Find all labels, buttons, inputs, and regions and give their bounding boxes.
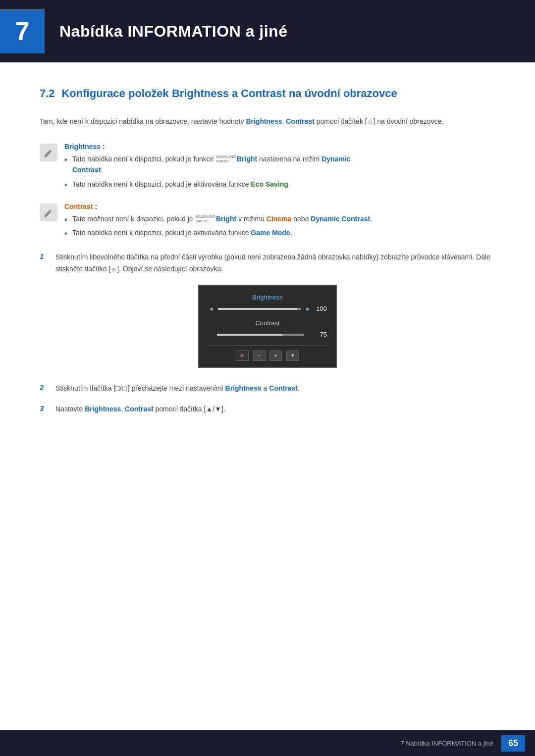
contrast-note-list: Tato možnost není k dispozici, pokud je … xyxy=(64,213,495,239)
step-3-number: 3 xyxy=(40,404,52,412)
brightness-note-title: Brightness : xyxy=(64,143,495,151)
section-number: 7.2 xyxy=(40,87,55,100)
section-heading-block: 7.2 Konfigurace položek Brightness a Con… xyxy=(40,87,495,100)
brightness-note-item-1: Tato nabídka není k dispozici, pokud je … xyxy=(64,153,495,176)
osd-contrast-slider-row: 75 xyxy=(208,331,327,338)
osd-button-down[interactable]: ▼ xyxy=(286,351,300,361)
contrast-note-block: Contrast : Tato možnost není k dispozici… xyxy=(40,202,495,242)
section-title: Konfigurace položek Brightness a Contras… xyxy=(61,87,397,100)
pencil-icon xyxy=(43,147,54,158)
step-3-row: 3 Nastavte Brightness, Contrast pomocí t… xyxy=(40,403,495,415)
step-2-text: Stisknutím tlačítka [□/◻] přecházejte me… xyxy=(55,383,495,395)
osd-box: Brightness ◄ ► 100 Contrast 75 ✕ − xyxy=(198,285,337,368)
samsung-magic-label-1: SAMSUNGMAGIC xyxy=(216,155,236,164)
footer-page-number: 65 xyxy=(501,735,525,752)
osd-container: Brightness ◄ ► 100 Contrast 75 ✕ − xyxy=(40,285,495,368)
osd-arrow-left: ◄ xyxy=(208,305,214,312)
samsung-magic-label-2: SAMSUNGMAGIC xyxy=(195,215,215,224)
brightness-note-item-2: Tato nabídka není k dispozici, pokud je … xyxy=(64,179,495,190)
sun-icon: ☼ xyxy=(367,117,374,125)
brightness-keyword: Brightness xyxy=(246,117,282,125)
note-icon-contrast xyxy=(40,203,57,221)
brightness-note-block: Brightness : Tato nabídka není k dispozi… xyxy=(40,143,495,193)
brightness-note-content: Brightness : Tato nabídka není k dispozi… xyxy=(64,143,495,193)
chapter-number-box: 7 xyxy=(0,9,45,53)
contrast-keyword: Contrast xyxy=(286,117,315,125)
contrast-note-item-2: Tato nabídka není k dispozici, pokud je … xyxy=(64,227,495,238)
step-2-row: 2 Stisknutím tlačítka [□/◻] přecházejte … xyxy=(40,383,495,395)
osd-button-plus[interactable]: + xyxy=(269,351,282,361)
contrast-note-title: Contrast : xyxy=(64,202,495,210)
osd-brightness-label: Brightness xyxy=(208,294,327,301)
osd-brightness-fill xyxy=(218,308,297,310)
step-1-row: 1 Stisknutím libovolného tlačítka na pře… xyxy=(40,252,495,275)
step-3-text: Nastavte Brightness, Contrast pomocí tla… xyxy=(55,403,495,415)
osd-brightness-slider-row: ◄ ► 100 xyxy=(208,305,327,312)
page-header: 7 Nabídka INFORMATION a jiné xyxy=(0,0,535,62)
osd-arrow-right: ► xyxy=(305,305,311,312)
step-1-text: Stisknutím libovolného tlačítka na předn… xyxy=(55,252,495,275)
osd-buttons-row: ✕ − + ▼ xyxy=(208,345,327,361)
sun-icon-step: ☼ xyxy=(110,265,117,273)
osd-contrast-track xyxy=(217,334,304,336)
note-icon-brightness xyxy=(40,144,57,161)
osd-brightness-value: 100 xyxy=(313,305,327,312)
step-1-number: 1 xyxy=(40,252,52,260)
osd-contrast-fill xyxy=(217,334,282,336)
main-content: 7.2 Konfigurace položek Brightness a Con… xyxy=(0,62,535,464)
intro-paragraph: Tam, kde není k dispozici nabídka na obr… xyxy=(40,116,495,128)
osd-contrast-label: Contrast xyxy=(208,319,327,327)
chapter-number: 7 xyxy=(15,16,30,46)
footer-text: 7 Nabídka INFORMATION a jiné xyxy=(400,740,493,747)
osd-button-minus[interactable]: − xyxy=(253,351,266,361)
pencil-icon-2 xyxy=(43,207,54,218)
osd-button-x[interactable]: ✕ xyxy=(236,351,249,361)
osd-brightness-track xyxy=(218,308,301,310)
contrast-note-item-1: Tato možnost není k dispozici, pokud je … xyxy=(64,213,495,224)
chapter-title: Nabídka INFORMATION a jiné xyxy=(59,22,287,41)
page-footer: 7 Nabídka INFORMATION a jiné 65 xyxy=(0,730,535,756)
contrast-note-content: Contrast : Tato možnost není k dispozici… xyxy=(64,202,495,242)
osd-contrast-value: 75 xyxy=(313,331,327,338)
step-2-number: 2 xyxy=(40,383,52,392)
brightness-note-list: Tato nabídka není k dispozici, pokud je … xyxy=(64,153,495,190)
